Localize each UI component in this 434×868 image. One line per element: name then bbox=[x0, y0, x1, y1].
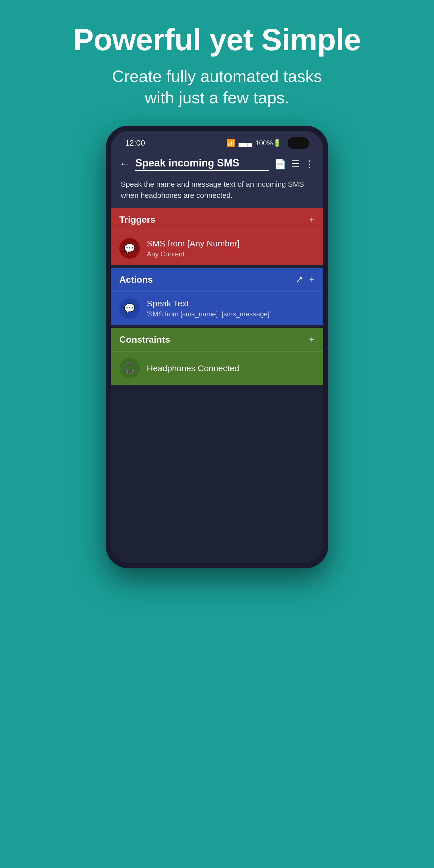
phone-device: 12:00 📶 ▄▄▄ 100%🔋 ← Speak incoming SMS 📄… bbox=[106, 126, 328, 568]
hero-subtitle-line2: with just a few taps. bbox=[145, 88, 289, 107]
hero-subtitle: Create fully automated tasks with just a… bbox=[73, 65, 361, 108]
notch-pill bbox=[288, 137, 309, 149]
triggers-item-title: SMS from [Any Number] bbox=[147, 239, 240, 248]
constraints-title: Constraints bbox=[119, 334, 170, 345]
actions-item-text: Speak Text 'SMS from [sms_name], [sms_me… bbox=[147, 299, 271, 318]
actions-item-subtitle: 'SMS from [sms_name], [sms_message]' bbox=[147, 310, 271, 318]
actions-item-title: Speak Text bbox=[147, 299, 271, 308]
status-time: 12:00 bbox=[125, 138, 145, 148]
back-button[interactable]: ← bbox=[119, 158, 130, 170]
app-bar: ← Speak incoming SMS 📄 ☰ ⋮ bbox=[111, 152, 323, 176]
headphone-icon: 🎧 bbox=[123, 362, 136, 374]
actions-header-icons: ⤢ + bbox=[296, 274, 315, 285]
phone-screen: 12:00 📶 ▄▄▄ 100%🔋 ← Speak incoming SMS 📄… bbox=[111, 131, 323, 563]
constraints-item-text: Headphones Connected bbox=[147, 364, 239, 373]
triggers-item-icon: 💬 bbox=[119, 238, 140, 259]
actions-add-button[interactable]: + bbox=[309, 274, 315, 285]
constraints-item-title: Headphones Connected bbox=[147, 364, 239, 373]
triggers-header-icons: + bbox=[309, 214, 315, 225]
triggers-section: Triggers + 💬 SMS from [Any Number] Any C… bbox=[111, 208, 323, 265]
sections-container: Triggers + 💬 SMS from [Any Number] Any C… bbox=[111, 208, 323, 563]
status-icons: 📶 ▄▄▄ 100%🔋 bbox=[226, 137, 309, 149]
more-icon[interactable]: ⋮ bbox=[305, 158, 315, 169]
battery-text: 100%🔋 bbox=[255, 139, 281, 147]
signal-icon: ▄▄▄ bbox=[239, 140, 252, 147]
bottom-empty-area bbox=[111, 385, 323, 470]
hero-subtitle-line1: Create fully automated tasks bbox=[112, 67, 322, 85]
status-bar: 12:00 📶 ▄▄▄ 100%🔋 bbox=[111, 131, 323, 152]
hero-title: Powerful yet Simple bbox=[73, 23, 361, 57]
app-description: Speak the name and message text of an in… bbox=[111, 176, 323, 208]
speak-icon: 💬 bbox=[124, 303, 135, 314]
actions-header: Actions ⤢ + bbox=[111, 268, 323, 291]
description-text: Speak the name and message text of an in… bbox=[121, 180, 304, 199]
triggers-item[interactable]: 💬 SMS from [Any Number] Any Content bbox=[111, 231, 323, 265]
actions-title: Actions bbox=[119, 274, 153, 285]
constraints-header-icons: + bbox=[309, 334, 315, 345]
triggers-header: Triggers + bbox=[111, 208, 323, 231]
hero-section: Powerful yet Simple Create fully automat… bbox=[73, 0, 361, 126]
constraints-add-button[interactable]: + bbox=[309, 334, 315, 345]
triggers-item-subtitle: Any Content bbox=[147, 250, 240, 258]
constraints-item[interactable]: 🎧 Headphones Connected bbox=[111, 351, 323, 385]
actions-item-icon: 💬 bbox=[119, 298, 140, 319]
triggers-add-button[interactable]: + bbox=[309, 214, 315, 225]
triggers-title: Triggers bbox=[119, 214, 155, 225]
doc-icon[interactable]: 📄 bbox=[274, 158, 286, 169]
wifi-icon: 📶 bbox=[226, 138, 235, 147]
sms-icon: 💬 bbox=[124, 243, 135, 254]
actions-section: Actions ⤢ + 💬 Speak Text 'SMS from [sms_… bbox=[111, 268, 323, 325]
list-icon[interactable]: ☰ bbox=[291, 158, 300, 169]
constraints-item-icon: 🎧 bbox=[119, 358, 140, 379]
constraints-header: Constraints + bbox=[111, 328, 323, 351]
app-bar-title: Speak incoming SMS bbox=[135, 157, 269, 171]
triggers-item-text: SMS from [Any Number] Any Content bbox=[147, 239, 240, 258]
actions-item[interactable]: 💬 Speak Text 'SMS from [sms_name], [sms_… bbox=[111, 291, 323, 325]
actions-expand-button[interactable]: ⤢ bbox=[296, 274, 303, 285]
constraints-section: Constraints + 🎧 Headphones Connected bbox=[111, 328, 323, 385]
